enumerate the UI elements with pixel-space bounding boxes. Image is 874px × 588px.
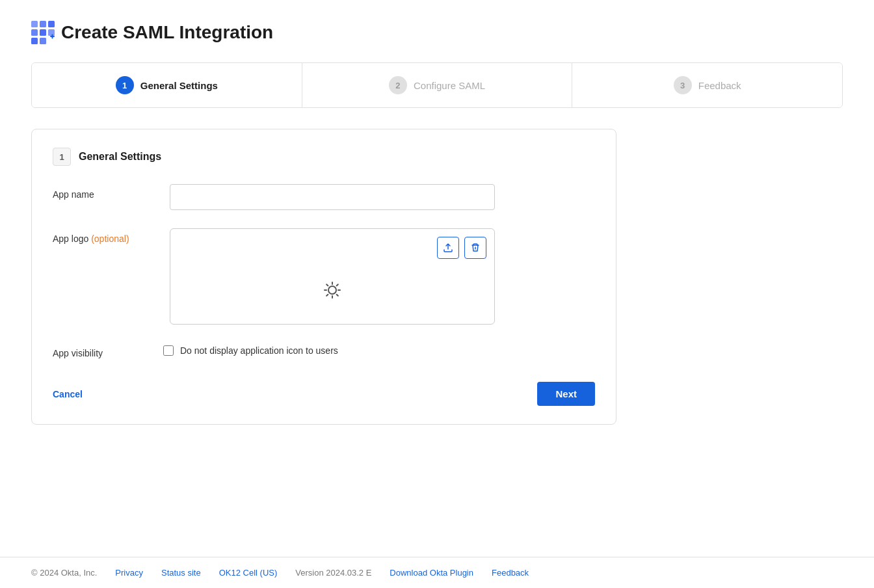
logo-upload-buttons xyxy=(178,237,486,259)
svg-rect-5 xyxy=(48,29,55,36)
step-3-label: Feedback xyxy=(698,80,741,91)
form-card: 1 General Settings App name App logo (op… xyxy=(31,129,616,425)
delete-logo-button[interactable] xyxy=(464,237,486,259)
page-title: Create SAML Integration xyxy=(61,22,273,43)
step-2-circle: 2 xyxy=(389,76,407,94)
svg-rect-7 xyxy=(40,38,46,44)
footer-link-feedback[interactable]: Feedback xyxy=(492,568,529,578)
cancel-button[interactable]: Cancel xyxy=(53,389,83,399)
stepper-step-1[interactable]: 1 General Settings xyxy=(32,63,302,107)
stepper-step-2[interactable]: 2 Configure SAML xyxy=(302,63,573,107)
footer: © 2024 Okta, Inc. Privacy Status site OK… xyxy=(0,557,874,588)
footer-copyright: © 2024 Okta, Inc. xyxy=(31,568,97,578)
app-name-label: App name xyxy=(53,184,157,200)
step-1-label: General Settings xyxy=(140,80,218,91)
step-2-label: Configure SAML xyxy=(414,80,485,91)
okta-logo-icon xyxy=(31,21,55,44)
footer-version: Version 2024.03.2 E xyxy=(295,568,371,578)
footer-link-privacy[interactable]: Privacy xyxy=(115,568,143,578)
next-button[interactable]: Next xyxy=(537,382,595,406)
step-1-circle: 1 xyxy=(116,76,134,94)
svg-rect-2 xyxy=(48,21,55,27)
logo-upload-area xyxy=(170,228,495,325)
app-visibility-row: App visibility Do not display applicatio… xyxy=(53,343,595,358)
app-visibility-checkbox-label: Do not display application icon to users xyxy=(180,345,338,356)
upload-logo-button[interactable] xyxy=(437,237,459,259)
svg-rect-0 xyxy=(31,21,38,27)
app-logo-optional: (optional) xyxy=(91,234,129,244)
svg-rect-1 xyxy=(40,21,46,27)
form-actions: Cancel Next xyxy=(53,377,595,406)
app-visibility-label: App visibility xyxy=(53,343,157,358)
app-logo-label: App logo (optional) xyxy=(53,228,157,244)
form-section-title: General Settings xyxy=(79,151,161,163)
app-name-input[interactable] xyxy=(170,184,495,210)
step-3-circle: 3 xyxy=(674,76,692,94)
app-logo-row: App logo (optional) xyxy=(53,228,595,325)
stepper: 1 General Settings 2 Configure SAML 3 Fe… xyxy=(31,62,843,108)
app-name-row: App name xyxy=(53,184,595,210)
stepper-step-3[interactable]: 3 Feedback xyxy=(572,63,842,107)
svg-rect-6 xyxy=(31,38,38,44)
svg-rect-9 xyxy=(52,34,53,39)
form-step-badge: 1 xyxy=(53,148,71,166)
footer-link-plugin[interactable]: Download Okta Plugin xyxy=(390,568,473,578)
gear-icon xyxy=(318,276,347,304)
form-card-header: 1 General Settings xyxy=(53,148,595,166)
footer-link-cell[interactable]: OK12 Cell (US) xyxy=(219,568,278,578)
logo-preview-area xyxy=(178,264,486,316)
visibility-check-row: Do not display application icon to users xyxy=(163,345,338,356)
svg-rect-3 xyxy=(31,29,38,36)
app-visibility-checkbox[interactable] xyxy=(163,345,174,356)
svg-rect-4 xyxy=(40,29,46,36)
footer-link-status[interactable]: Status site xyxy=(161,568,201,578)
